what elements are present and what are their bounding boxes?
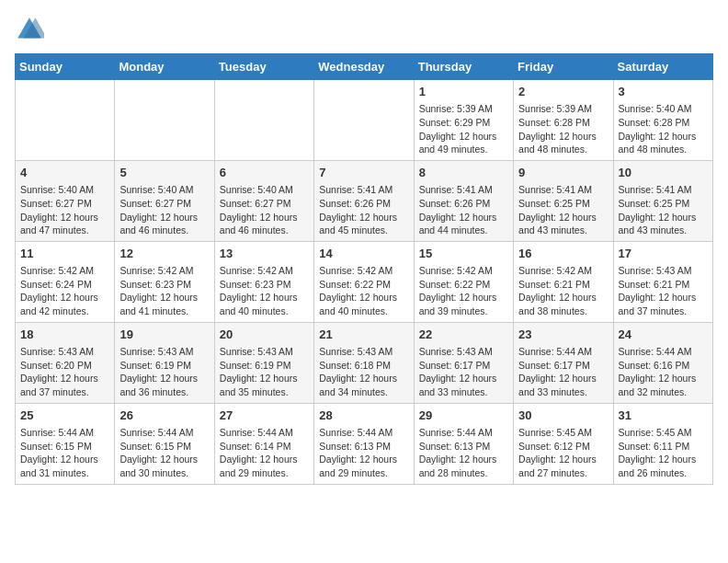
day-info: Sunrise: 5:41 AM xyxy=(518,183,608,197)
day-number: 17 xyxy=(619,246,708,262)
day-info: Sunrise: 5:42 AM xyxy=(119,264,209,278)
day-number: 28 xyxy=(319,408,408,424)
day-info: Sunrise: 5:44 AM xyxy=(619,345,708,359)
day-number: 27 xyxy=(220,408,309,424)
day-info: Sunrise: 5:40 AM xyxy=(119,183,209,197)
day-info: Sunrise: 5:41 AM xyxy=(419,183,508,197)
day-info: Sunset: 6:26 PM xyxy=(319,197,408,211)
day-info: Sunrise: 5:42 AM xyxy=(518,264,608,278)
day-info: Sunset: 6:29 PM xyxy=(419,116,508,130)
day-info: and 36 minutes. xyxy=(119,385,209,399)
day-info: Daylight: 12 hours xyxy=(518,130,608,144)
calendar-cell: 31Sunrise: 5:45 AMSunset: 6:11 PMDayligh… xyxy=(613,403,712,484)
day-info: Sunrise: 5:40 AM xyxy=(220,183,309,197)
day-info: Daylight: 12 hours xyxy=(619,453,708,466)
day-header-monday: Monday xyxy=(115,54,214,80)
day-info: Daylight: 12 hours xyxy=(419,211,508,224)
day-info: and 33 minutes. xyxy=(419,385,508,399)
calendar-cell: 6Sunrise: 5:40 AMSunset: 6:27 PMDaylight… xyxy=(214,160,313,241)
day-number: 25 xyxy=(20,408,109,424)
calendar-cell: 15Sunrise: 5:42 AMSunset: 6:22 PMDayligh… xyxy=(414,241,513,322)
day-info: Daylight: 12 hours xyxy=(419,130,508,144)
calendar-cell: 16Sunrise: 5:42 AMSunset: 6:21 PMDayligh… xyxy=(514,241,613,322)
day-info: Sunrise: 5:43 AM xyxy=(619,264,708,278)
day-info: Daylight: 12 hours xyxy=(319,211,408,224)
calendar-cell: 26Sunrise: 5:44 AMSunset: 6:15 PMDayligh… xyxy=(115,403,214,484)
calendar-cell: 8Sunrise: 5:41 AMSunset: 6:26 PMDaylight… xyxy=(414,160,513,241)
day-info: Sunrise: 5:44 AM xyxy=(220,426,309,440)
day-info: Sunset: 6:21 PM xyxy=(619,278,708,292)
day-info: Sunrise: 5:40 AM xyxy=(20,183,109,197)
calendar-cell: 11Sunrise: 5:42 AMSunset: 6:24 PMDayligh… xyxy=(16,241,115,322)
day-info: Sunrise: 5:39 AM xyxy=(518,102,608,116)
calendar-cell xyxy=(314,80,414,161)
day-header-thursday: Thursday xyxy=(414,54,513,80)
day-header-tuesday: Tuesday xyxy=(214,54,313,80)
day-info: Daylight: 12 hours xyxy=(619,291,708,304)
day-info: Sunrise: 5:44 AM xyxy=(20,426,109,440)
calendar-cell: 17Sunrise: 5:43 AMSunset: 6:21 PMDayligh… xyxy=(613,241,712,322)
day-number: 3 xyxy=(619,84,708,100)
day-info: and 33 minutes. xyxy=(518,385,608,399)
calendar-cell: 23Sunrise: 5:44 AMSunset: 6:17 PMDayligh… xyxy=(514,322,613,403)
day-info: Sunset: 6:19 PM xyxy=(119,359,209,373)
day-info: and 44 minutes. xyxy=(419,224,508,237)
day-info: Daylight: 12 hours xyxy=(220,291,309,304)
day-info: and 46 minutes. xyxy=(220,224,309,237)
day-info: and 39 minutes. xyxy=(419,304,508,318)
day-info: Daylight: 12 hours xyxy=(319,291,408,304)
day-info: and 40 minutes. xyxy=(220,304,309,318)
calendar-cell xyxy=(115,80,214,161)
day-info: Sunrise: 5:43 AM xyxy=(319,345,408,359)
day-info: Sunrise: 5:43 AM xyxy=(220,345,309,359)
day-number: 23 xyxy=(518,327,608,343)
day-info: Sunset: 6:24 PM xyxy=(20,278,109,292)
day-info: Daylight: 12 hours xyxy=(119,453,209,466)
day-info: Daylight: 12 hours xyxy=(518,453,608,466)
day-number: 15 xyxy=(419,246,508,262)
day-info: and 34 minutes. xyxy=(319,385,408,399)
calendar-body: 1Sunrise: 5:39 AMSunset: 6:29 PMDaylight… xyxy=(16,80,713,485)
day-info: Daylight: 12 hours xyxy=(619,130,708,144)
day-info: Daylight: 12 hours xyxy=(619,211,708,224)
day-info: and 43 minutes. xyxy=(619,224,708,237)
day-info: Sunset: 6:22 PM xyxy=(319,278,408,292)
calendar-week-4: 18Sunrise: 5:43 AMSunset: 6:20 PMDayligh… xyxy=(16,322,713,403)
day-info: Sunset: 6:26 PM xyxy=(419,197,508,211)
day-info: Daylight: 12 hours xyxy=(220,453,309,466)
day-number: 22 xyxy=(419,327,508,343)
day-info: Sunset: 6:13 PM xyxy=(319,440,408,454)
day-number: 24 xyxy=(619,327,708,343)
calendar-cell: 19Sunrise: 5:43 AMSunset: 6:19 PMDayligh… xyxy=(115,322,214,403)
day-info: Sunrise: 5:43 AM xyxy=(20,345,109,359)
calendar-cell: 14Sunrise: 5:42 AMSunset: 6:22 PMDayligh… xyxy=(314,241,414,322)
day-info: and 42 minutes. xyxy=(20,304,109,318)
day-number: 7 xyxy=(319,165,408,181)
day-number: 16 xyxy=(518,246,608,262)
day-info: Daylight: 12 hours xyxy=(119,372,209,385)
logo xyxy=(15,15,48,44)
day-info: Sunset: 6:18 PM xyxy=(319,359,408,373)
day-info: and 38 minutes. xyxy=(518,304,608,318)
day-info: Daylight: 12 hours xyxy=(20,372,109,385)
day-info: and 40 minutes. xyxy=(319,304,408,318)
day-info: Daylight: 12 hours xyxy=(518,291,608,304)
calendar-cell: 12Sunrise: 5:42 AMSunset: 6:23 PMDayligh… xyxy=(115,241,214,322)
day-info: Sunrise: 5:42 AM xyxy=(419,264,508,278)
day-info: Daylight: 12 hours xyxy=(20,211,109,224)
day-header-wednesday: Wednesday xyxy=(314,54,414,80)
day-info: Sunset: 6:13 PM xyxy=(419,440,508,454)
day-number: 1 xyxy=(419,84,508,100)
calendar-cell: 25Sunrise: 5:44 AMSunset: 6:15 PMDayligh… xyxy=(16,403,115,484)
day-info: Daylight: 12 hours xyxy=(119,291,209,304)
day-number: 18 xyxy=(20,327,109,343)
day-info: Sunrise: 5:42 AM xyxy=(220,264,309,278)
day-info: Sunrise: 5:42 AM xyxy=(20,264,109,278)
calendar-cell: 28Sunrise: 5:44 AMSunset: 6:13 PMDayligh… xyxy=(314,403,414,484)
day-number: 13 xyxy=(220,246,309,262)
day-number: 31 xyxy=(619,408,708,424)
day-info: and 27 minutes. xyxy=(518,466,608,480)
day-info: Sunset: 6:16 PM xyxy=(619,359,708,373)
calendar-cell: 20Sunrise: 5:43 AMSunset: 6:19 PMDayligh… xyxy=(214,322,313,403)
day-info: Daylight: 12 hours xyxy=(518,372,608,385)
